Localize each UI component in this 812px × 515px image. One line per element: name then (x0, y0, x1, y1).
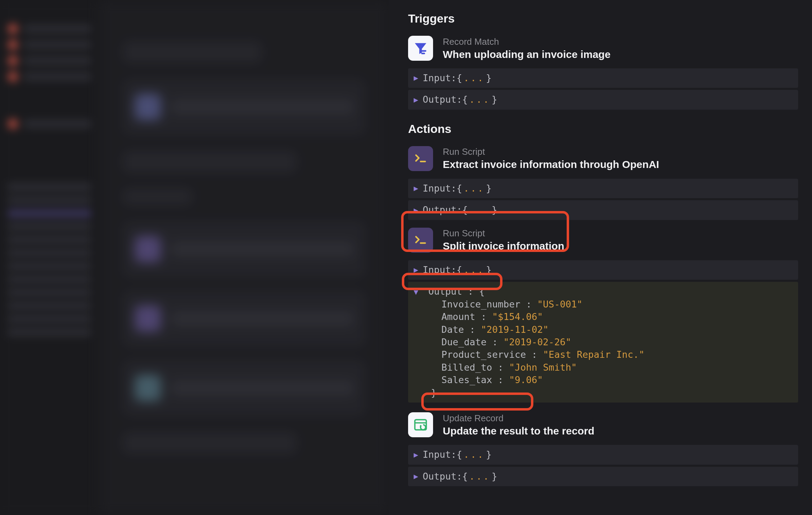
section-title-triggers: Triggers (408, 12, 798, 25)
caret-right-icon: ▶ (414, 95, 421, 105)
output-kv-invoice-number: Invoice_number : "US-001" (422, 298, 793, 311)
action1-input-row[interactable]: ▶ Input : {...} (408, 179, 798, 198)
update-record-icon (408, 412, 433, 437)
trigger-block[interactable]: Record Match When uploading an invoice i… (408, 32, 798, 68)
svg-rect-0 (421, 50, 426, 52)
action1-output-row[interactable]: ▶ Output : {...} (408, 200, 798, 220)
trigger-type-label: Record Match (443, 36, 610, 47)
caret-down-icon: ▼ (414, 287, 421, 297)
action-block-split[interactable]: Run Script Split invoice information (408, 224, 798, 260)
trigger-input-row[interactable]: ▶ Input : {...} (408, 68, 798, 88)
action-title: Extract invoice information through Open… (443, 159, 659, 170)
script-icon (408, 228, 433, 253)
script-icon (408, 146, 433, 171)
action-block-update[interactable]: Update Record Update the result to the r… (408, 409, 798, 445)
output-kv-due-date: Due_date : "2019-02-26" (422, 336, 793, 348)
funnel-icon (408, 36, 433, 61)
action-title: Split invoice information (443, 240, 564, 252)
caret-right-icon: ▶ (414, 183, 421, 194)
output-kv-amount: Amount : "$154.06" (422, 311, 793, 323)
action-title: Update the result to the record (443, 425, 594, 437)
svg-rect-1 (421, 53, 425, 54)
caret-right-icon: ▶ (414, 73, 421, 83)
output-close-brace: } (422, 387, 793, 399)
output-kv-product-service: Product_service : "East Repair Inc." (422, 348, 793, 361)
action3-input-row[interactable]: ▶ Input : {...} (408, 445, 798, 464)
caret-right-icon: ▶ (414, 450, 421, 460)
action-type-label: Run Script (443, 146, 659, 157)
action-block-extract[interactable]: Run Script Extract invoice information t… (408, 143, 798, 179)
trigger-output-row[interactable]: ▶ Output : {...} (408, 90, 798, 109)
action2-input-row[interactable]: ▶ Input : {...} (408, 260, 798, 280)
output-kv-sales-tax: Sales_tax : "9.06" (422, 374, 793, 386)
blurred-main (99, 0, 389, 515)
caret-right-icon: ▶ (414, 205, 421, 216)
caret-right-icon: ▶ (414, 471, 421, 482)
blurred-sidebar (0, 0, 99, 515)
output-kv-date: Date : "2019-11-02" (422, 323, 793, 336)
action-type-label: Run Script (443, 228, 564, 239)
caret-right-icon: ▶ (414, 265, 421, 275)
trigger-title: When uploading an invoice image (443, 49, 610, 60)
automation-detail-panel: Triggers Record Match When uploading an … (389, 0, 812, 515)
action2-output-row-expanded[interactable]: ▼ Output : { Invoice_number : "US-001" A… (408, 282, 798, 403)
section-title-actions: Actions (408, 122, 798, 136)
action3-output-row[interactable]: ▶ Output : {...} (408, 467, 798, 486)
action-type-label: Update Record (443, 413, 594, 424)
output-kv-billed-to: Billed_to : "John Smith" (422, 361, 793, 374)
